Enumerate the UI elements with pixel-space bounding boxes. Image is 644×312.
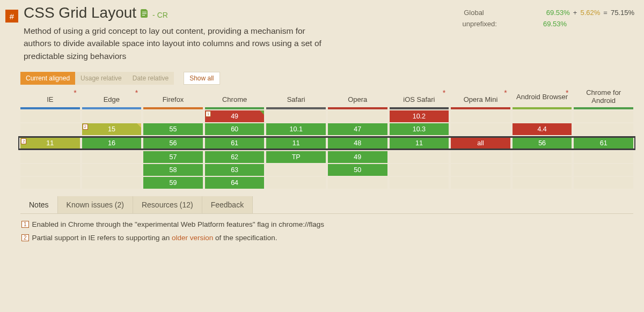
version-row: 57 62 TP 49 [20,151,633,163]
col-firefox: Firefox [143,88,203,107]
show-all-button[interactable]: Show all [184,72,219,85]
version-cell[interactable]: 61 [574,138,633,148]
note-2: 2Partial support in IE refers to support… [21,234,632,242]
version-cell[interactable]: 16 [82,138,142,148]
note-1: 1Enabled in Chrome through the "experime… [21,220,632,228]
version-cell[interactable]: 61 [205,138,265,148]
feature-title-text: CSS Grid Layout [24,4,136,21]
version-cell[interactable]: 64 [205,177,265,189]
col-chrome-android: Chrome for Android [574,88,633,107]
older-version-link[interactable]: older version [172,234,213,242]
stat-total: 75.15% [611,9,634,17]
version-cell[interactable]: 10.3 [390,123,449,135]
version-cell[interactable]: 62 [205,151,265,163]
version-cell[interactable]: 58 [143,164,203,176]
stat-supported: 69.53% [546,9,570,17]
version-cell[interactable]: 149 [205,110,265,122]
version-cell[interactable]: all [451,138,510,148]
col-safari: Safari [266,88,326,107]
version-cell[interactable]: 11 [266,138,326,148]
version-cell[interactable]: 48 [328,138,387,148]
permalink-hash[interactable]: # [5,10,18,23]
version-row: 149 10.2 [20,110,633,122]
version-cell[interactable]: 57 [143,151,203,163]
tab-known-issues[interactable]: Known issues (2) [58,196,133,213]
spec-icon [141,9,148,18]
version-cell[interactable]: 211 [20,138,80,148]
global-label: Global [464,9,484,17]
version-cell[interactable]: 55 [143,123,203,135]
tab-notes[interactable]: Notes [20,196,58,213]
version-cell[interactable]: 56 [143,138,203,148]
version-cell[interactable]: 10.1 [266,123,326,135]
unprefixed-label: unprefixed: [463,20,497,28]
version-cell[interactable]: TP [266,151,326,163]
version-cell[interactable]: 50 [328,164,387,176]
version-row: 215 55 60 10.1 47 10.3 4.4 [20,123,633,135]
browser-header-row: IE* Edge* Firefox Chrome Safari Opera iO… [20,88,633,107]
info-tabs: Notes Known issues (2) Resources (12) Fe… [20,196,633,213]
usage-relative-button[interactable]: Usage relative [75,72,127,85]
version-row: 58 63 50 [20,164,633,176]
date-relative-button[interactable]: Date relative [127,72,174,85]
col-android-browser: Android Browser* [513,88,572,107]
global-stats: Global 69.53% + 5.62% = 75.15% unprefixe… [463,4,639,31]
notes-panel: 1Enabled in Chrome through the "experime… [20,213,633,250]
tab-feedback[interactable]: Feedback [202,196,253,213]
version-cell[interactable]: 56 [513,138,572,148]
feature-title: CSS Grid Layout - CR [24,4,324,21]
stat-partial: 5.62% [580,9,600,17]
version-cell[interactable]: 49 [328,151,387,163]
col-edge: Edge* [82,88,142,107]
tab-resources[interactable]: Resources (12) [133,196,202,213]
version-cell[interactable]: 215 [82,123,142,135]
version-cell[interactable]: 47 [328,123,387,135]
col-ie: IE* [20,88,80,107]
version-cell[interactable]: 10.2 [390,110,449,122]
version-cell[interactable]: 60 [205,123,265,135]
col-opera: Opera [328,88,387,107]
spec-status: - CR [152,11,168,19]
stat-unprefixed: 69.53% [543,20,567,28]
version-cell[interactable]: 59 [143,177,203,189]
version-row: 59 64 [20,177,633,189]
version-cell[interactable]: 11 [390,138,449,148]
col-opera-mini: Opera Mini* [451,88,510,107]
col-ios-safari: iOS Safari* [390,88,449,107]
feature-description: Method of using a grid concept to lay ou… [24,25,324,62]
alignment-toggle: Current aligned Usage relative Date rela… [20,72,174,85]
col-chrome: Chrome [205,88,265,107]
current-version-row: 211 16 56 61 11 48 11 all 56 61 [18,136,635,150]
version-cell[interactable]: 63 [205,164,265,176]
current-aligned-button[interactable]: Current aligned [20,72,75,85]
version-cell[interactable]: 4.4 [513,123,572,135]
